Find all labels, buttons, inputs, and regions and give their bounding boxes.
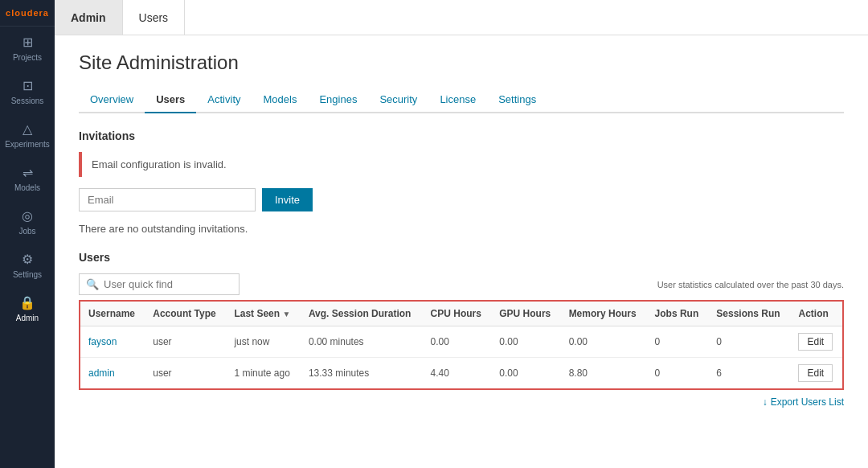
users-section: Users 🔍 User statistics calculated over …: [79, 251, 844, 408]
table-body: fayson user just now 0.00 minutes 0.00 0…: [80, 326, 842, 389]
table-row: admin user 1 minute ago 13.33 minutes 4.…: [80, 358, 842, 389]
cell-last-seen: just now: [226, 326, 300, 358]
col-action: Action: [790, 302, 842, 326]
cell-account-type: user: [145, 358, 226, 389]
col-jobs-run: Jobs Run: [647, 302, 709, 326]
tab-security[interactable]: Security: [368, 87, 428, 113]
tab-overview[interactable]: Overview: [79, 87, 145, 113]
col-memory-hours: Memory Hours: [561, 302, 647, 326]
col-cpu-hours: CPU Hours: [423, 302, 492, 326]
topbar: Admin Users: [55, 0, 868, 35]
sidebar-item-sessions[interactable]: ⊡ Sessions: [0, 70, 55, 113]
cell-action: Edit: [790, 358, 842, 389]
col-account-type: Account Type: [145, 302, 226, 326]
edit-button[interactable]: Edit: [798, 333, 833, 351]
tab-license[interactable]: License: [428, 87, 487, 113]
sidebar-item-label: Sessions: [11, 96, 44, 105]
no-invitations-text: There are no outstanding invitations.: [79, 223, 844, 235]
invite-button[interactable]: Invite: [262, 188, 313, 211]
content-area: Site Administration Overview Users Activ…: [55, 35, 868, 468]
cell-cpu-hours: 0.00: [423, 326, 492, 358]
logo-text: cloudera: [6, 8, 49, 18]
table-header: Username Account Type Last Seen ▼ Avg. S…: [80, 302, 842, 326]
invitations-title: Invitations: [79, 129, 844, 142]
export-users-link[interactable]: ↓ Export Users List: [763, 396, 844, 408]
tab-models[interactable]: Models: [252, 87, 309, 113]
edit-button[interactable]: Edit: [798, 364, 833, 382]
alert-text: Email configuration is invalid.: [82, 152, 236, 177]
users-table: Username Account Type Last Seen ▼ Avg. S…: [80, 302, 842, 388]
sidebar-item-settings[interactable]: ⚙ Settings: [0, 244, 55, 287]
models-icon: ⇌: [23, 165, 33, 180]
col-avg-session: Avg. Session Duration: [301, 302, 423, 326]
email-input[interactable]: [79, 188, 256, 211]
sub-tabs: Overview Users Activity Models Engines S…: [79, 87, 844, 113]
export-row: ↓ Export Users List: [79, 396, 844, 408]
col-username: Username: [80, 302, 145, 326]
cell-avg-session: 13.33 minutes: [301, 358, 423, 389]
cell-gpu-hours: 0.00: [491, 326, 560, 358]
cell-jobs-run: 0: [647, 358, 709, 389]
search-icon: 🔍: [86, 278, 99, 290]
search-row: 🔍 User statistics calculated over the pa…: [79, 273, 844, 295]
user-link[interactable]: fayson: [88, 336, 117, 347]
download-icon: ↓: [763, 396, 768, 408]
experiments-icon: △: [23, 121, 32, 137]
user-link[interactable]: admin: [88, 367, 115, 379]
logo: cloudera: [0, 0, 55, 27]
col-sessions-run: Sessions Run: [708, 302, 790, 326]
sidebar-item-admin[interactable]: 🔒 Admin: [0, 287, 55, 330]
cell-memory-hours: 8.80: [561, 358, 647, 389]
col-last-seen[interactable]: Last Seen ▼: [226, 302, 300, 326]
tab-users[interactable]: Users: [145, 87, 196, 113]
cell-sessions-run: 6: [708, 358, 790, 389]
users-title: Users: [79, 251, 844, 264]
user-search-input[interactable]: [104, 278, 232, 290]
sidebar: cloudera ⊞ Projects ⊡ Sessions △ Experim…: [0, 0, 55, 468]
cell-avg-session: 0.00 minutes: [301, 326, 423, 358]
tab-engines[interactable]: Engines: [308, 87, 368, 113]
projects-icon: ⊞: [23, 35, 33, 50]
sidebar-item-label: Experiments: [5, 140, 50, 149]
cell-action: Edit: [790, 326, 842, 358]
cell-sessions-run: 0: [708, 326, 790, 358]
cell-username: fayson: [80, 326, 145, 358]
admin-icon: 🔒: [19, 295, 35, 310]
cell-cpu-hours: 4.40: [423, 358, 492, 389]
page-title: Site Administration: [79, 51, 844, 74]
sessions-icon: ⊡: [23, 78, 33, 93]
cell-jobs-run: 0: [647, 326, 709, 358]
sidebar-item-jobs[interactable]: ◎ Jobs: [0, 200, 55, 244]
cell-username: admin: [80, 358, 145, 389]
tab-activity[interactable]: Activity: [196, 87, 252, 113]
main-container: Admin Users Site Administration Overview…: [55, 0, 868, 468]
cell-last-seen: 1 minute ago: [226, 358, 300, 389]
sidebar-item-models[interactable]: ⇌ Models: [0, 157, 55, 200]
search-box: 🔍: [79, 273, 240, 295]
sidebar-item-experiments[interactable]: △ Experiments: [0, 113, 55, 157]
stats-note: User statistics calculated over the past…: [657, 280, 844, 289]
sidebar-item-label: Settings: [13, 270, 42, 279]
topbar-tab-admin[interactable]: Admin: [55, 0, 123, 35]
invite-row: Invite: [79, 188, 844, 211]
cell-gpu-hours: 0.00: [491, 358, 560, 389]
sidebar-item-projects[interactable]: ⊞ Projects: [0, 27, 55, 70]
col-gpu-hours: GPU Hours: [491, 302, 560, 326]
sidebar-item-label: Models: [14, 183, 40, 192]
sort-arrow: ▼: [282, 310, 290, 318]
topbar-tab-users[interactable]: Users: [123, 0, 186, 35]
sidebar-item-label: Jobs: [18, 227, 35, 236]
cell-memory-hours: 0.00: [561, 326, 647, 358]
table-row: fayson user just now 0.00 minutes 0.00 0…: [80, 326, 842, 358]
jobs-icon: ◎: [22, 208, 33, 224]
settings-icon: ⚙: [22, 252, 33, 267]
alert-error: Email configuration is invalid.: [79, 152, 844, 177]
cell-account-type: user: [145, 326, 226, 358]
sidebar-item-label: Projects: [13, 53, 42, 62]
sidebar-item-label: Admin: [16, 314, 39, 322]
export-label: Export Users List: [771, 396, 844, 408]
users-table-wrapper: Username Account Type Last Seen ▼ Avg. S…: [79, 300, 844, 390]
tab-settings[interactable]: Settings: [487, 87, 547, 113]
